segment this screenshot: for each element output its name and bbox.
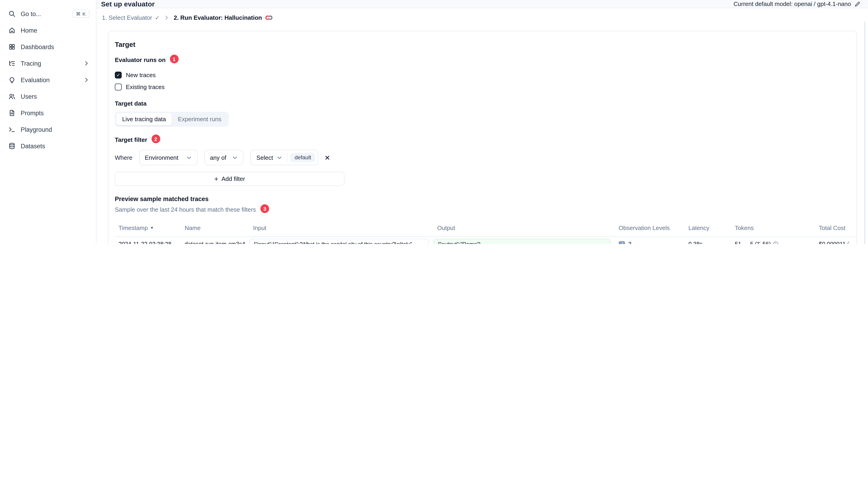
sidebar-item-tracing[interactable]: Tracing xyxy=(0,55,96,72)
filter-operator-select[interactable]: any of xyxy=(205,150,244,165)
sidebar-item-label: Prompts xyxy=(21,109,90,117)
users-icon xyxy=(8,93,16,100)
remove-filter-button[interactable]: ✕ xyxy=(324,154,330,161)
filter-where-label: Where xyxy=(115,154,132,161)
sidebar-item-label: Tracing xyxy=(21,60,78,67)
breadcrumb-step-run-evaluator: 2. Run Evaluator: Hallucination xyxy=(174,14,273,21)
hallucination-evaluator-logo-icon xyxy=(265,15,273,21)
annotation-badge-1: 1 xyxy=(170,55,179,63)
filter-value-control: Select default xyxy=(250,150,318,165)
sidebar-item-evaluation[interactable]: Evaluation xyxy=(0,72,96,88)
preview-title: Preview sample matched traces xyxy=(115,196,850,202)
filter-value-chip: default xyxy=(290,153,315,162)
edit-model-icon[interactable] xyxy=(854,1,861,7)
sidebar-item-label: Evaluation xyxy=(21,76,78,83)
target-section-title: Target xyxy=(115,40,850,48)
sidebar-item-label: Dashboards xyxy=(21,43,90,50)
sidebar-item-playground[interactable]: Playground xyxy=(0,121,96,138)
step-complete-check-icon: ✓ xyxy=(155,14,159,21)
breadcrumb-step-select-evaluator[interactable]: 1. Select Evaluator ✓ xyxy=(102,14,159,21)
evaluator-setup-card: Target Evaluator runs on 1 ✓New tracesEx… xyxy=(108,31,857,244)
default-model-label: Current default model: openai / gpt-4.1-… xyxy=(734,0,851,7)
playground-icon xyxy=(8,126,16,133)
sidebar-item-label: Home xyxy=(21,27,90,34)
checkbox-label: Existing traces xyxy=(126,83,165,90)
column-header-name: Name xyxy=(181,225,249,231)
token-info-icon[interactable]: ⓘ xyxy=(773,241,778,244)
sidebar-nav: HomeDashboardsTracingEvaluationUsersProm… xyxy=(0,22,96,154)
chevron-right-icon xyxy=(83,77,90,83)
page-title: Set up evaluator xyxy=(101,0,155,8)
evaluation-icon xyxy=(8,76,16,84)
column-header-latency: Latency xyxy=(685,225,731,231)
checkbox-label: New traces xyxy=(126,71,156,78)
checkbox-new-traces[interactable]: ✓New traces xyxy=(115,69,850,81)
column-header-observation-levels: Observation Levels xyxy=(615,225,685,231)
checkbox-existing-traces[interactable]: Existing traces xyxy=(115,81,850,93)
sidebar-item-label: Datasets xyxy=(21,142,90,150)
sort-desc-icon: ▼ xyxy=(150,226,154,230)
checkbox-unchecked-icon[interactable] xyxy=(115,83,122,90)
cell-latency: 0.38s xyxy=(685,241,731,244)
dashboards-icon xyxy=(8,43,16,51)
preview-subtitle: Sample over the last 24 hours that match… xyxy=(115,206,256,213)
filter-column-select[interactable]: Environment xyxy=(140,150,198,165)
sidebar-item-home[interactable]: Home xyxy=(0,22,96,39)
checkbox-checked-icon[interactable]: ✓ xyxy=(115,71,122,78)
column-header-input: Input xyxy=(249,225,434,231)
tracing-icon xyxy=(8,60,16,67)
target-data-label: Target data xyxy=(115,100,147,107)
topbar: Set up evaluator Current default model: … xyxy=(96,0,868,8)
cell-output[interactable]: {"output":"Rome"} xyxy=(434,238,610,244)
annotation-badge-2: 2 xyxy=(151,134,160,143)
cell-name: dataset-run-item-cm3s4 xyxy=(181,241,249,244)
app-window: Go to... ⌘ K HomeDashboardsTracingEvalua… xyxy=(0,0,868,244)
datasets-icon xyxy=(8,142,16,150)
column-header-timestamp[interactable]: Timestamp▼ xyxy=(115,225,181,231)
cell-input[interactable]: {"input":[{"content":"What is the capita… xyxy=(249,238,429,244)
search-icon xyxy=(8,10,16,18)
page-scrollbar[interactable] xyxy=(864,22,865,244)
home-icon xyxy=(8,27,16,34)
sidebar-item-label: Playground xyxy=(21,126,90,133)
annotation-badge-3: 3 xyxy=(260,204,269,213)
sidebar: Go to... ⌘ K HomeDashboardsTracingEvalua… xyxy=(0,0,96,244)
table-body: 2024-11-22 03:38:28dataset-run-item-cm3s… xyxy=(115,237,857,244)
cell-observation-levels: i3 xyxy=(615,241,685,244)
chevron-down-icon xyxy=(186,155,192,160)
main-area: Set up evaluator Current default model: … xyxy=(96,0,868,244)
column-header-total-cost: Total Cost xyxy=(815,225,857,231)
goto-search[interactable]: Go to... ⌘ K xyxy=(0,5,96,22)
goto-label: Go to... xyxy=(21,10,67,17)
evaluator-runs-on-label: Evaluator runs on xyxy=(115,57,165,63)
filter-value-select[interactable]: Select xyxy=(251,154,287,161)
cell-timestamp: 2024-11-22 03:38:28 xyxy=(115,241,181,244)
column-header-tokens: Tokens xyxy=(731,225,815,231)
runs-on-options: ✓New tracesExisting traces xyxy=(115,69,850,93)
tab-experiment-runs[interactable]: Experiment runs xyxy=(172,113,227,125)
divider xyxy=(287,153,288,162)
table-row[interactable]: 2024-11-22 03:38:28dataset-run-item-cm3s… xyxy=(115,237,857,244)
prompts-icon xyxy=(8,109,16,117)
add-filter-button[interactable]: + Add filter xyxy=(115,172,344,186)
column-header-output: Output xyxy=(434,225,615,231)
table-header-row: Timestamp▼NameInputOutputObservation Lev… xyxy=(115,220,857,237)
cell-tokens: 51 → 5 (∑ 56)ⓘ xyxy=(731,241,815,244)
info-emoji-icon: i xyxy=(619,241,625,244)
chevron-down-icon xyxy=(232,155,238,160)
sidebar-item-datasets[interactable]: Datasets xyxy=(0,138,96,154)
chevron-down-icon xyxy=(277,155,283,160)
traces-preview-table: Timestamp▼NameInputOutputObservation Lev… xyxy=(115,220,857,244)
tab-live-tracing-data[interactable]: Live tracing data xyxy=(116,113,172,125)
cell-total-cost: $0.000011ⓘ xyxy=(815,241,857,244)
target-filter-label: Target filter xyxy=(115,136,147,143)
sidebar-item-dashboards[interactable]: Dashboards xyxy=(0,39,96,55)
target-data-tabs: Live tracing dataExperiment runs xyxy=(115,111,229,127)
goto-shortcut: ⌘ K xyxy=(72,10,90,18)
sidebar-item-label: Users xyxy=(21,93,90,100)
sidebar-item-prompts[interactable]: Prompts xyxy=(0,105,96,121)
chevron-right-icon xyxy=(163,15,169,21)
sidebar-item-users[interactable]: Users xyxy=(0,88,96,105)
cost-info-icon-clipped: ⓘ xyxy=(847,241,849,244)
chevron-right-icon xyxy=(83,60,90,67)
